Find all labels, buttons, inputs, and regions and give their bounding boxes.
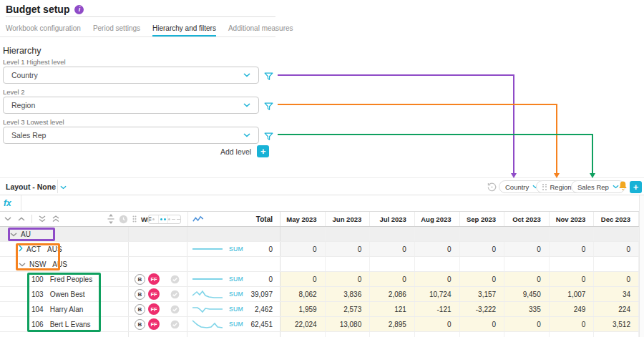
column-header-nov-2023[interactable]: Nov 2023 bbox=[550, 212, 595, 226]
month-cell[interactable] bbox=[280, 257, 326, 271]
badge-ff[interactable]: FF bbox=[148, 318, 160, 330]
month-cell[interactable]: 0 bbox=[415, 272, 460, 286]
month-cell[interactable]: 0 bbox=[504, 242, 550, 256]
month-cell[interactable] bbox=[370, 227, 415, 241]
badge-ff[interactable]: FF bbox=[148, 288, 160, 300]
month-cell[interactable]: 0 bbox=[280, 272, 326, 286]
tab-hierarchy-and-filters[interactable]: Hierarchy and filters bbox=[152, 24, 216, 36]
month-cell[interactable]: 0 bbox=[504, 317, 550, 331]
month-cell[interactable]: 34 bbox=[594, 287, 639, 301]
month-cell[interactable]: 0 bbox=[594, 242, 639, 256]
month-cell[interactable]: 0 bbox=[460, 272, 505, 286]
month-cell[interactable] bbox=[594, 257, 639, 271]
history-icon[interactable] bbox=[487, 182, 497, 195]
aggregation-label[interactable]: SUM bbox=[229, 245, 243, 253]
check-icon[interactable] bbox=[170, 305, 180, 314]
month-cell[interactable]: 9,450 bbox=[504, 287, 550, 301]
check-icon[interactable] bbox=[170, 290, 180, 299]
density-option-3[interactable] bbox=[168, 215, 180, 223]
column-header-dec-2023[interactable]: Dec 2023 bbox=[594, 212, 639, 226]
row-label[interactable]: AU bbox=[0, 227, 129, 241]
row-label[interactable]: 103Owen Best bbox=[0, 287, 129, 301]
month-cell[interactable]: 8,062 bbox=[280, 287, 326, 301]
month-cell[interactable]: 249 bbox=[550, 302, 595, 316]
month-cell[interactable]: 0 bbox=[504, 272, 550, 286]
row-resize-icon[interactable] bbox=[107, 214, 114, 224]
month-cell[interactable] bbox=[460, 257, 505, 271]
aggregation-label[interactable]: SUM bbox=[229, 290, 243, 298]
month-cell[interactable]: 0 bbox=[550, 242, 595, 256]
month-cell[interactable]: -121 bbox=[415, 302, 460, 316]
column-header-oct-2023[interactable]: Oct 2023 bbox=[504, 212, 550, 226]
clock-icon[interactable] bbox=[119, 215, 128, 224]
column-header-may-2023[interactable]: May 2023 bbox=[280, 212, 326, 226]
expand-all-icon[interactable] bbox=[52, 215, 59, 223]
level-pill-sales-rep[interactable]: Sales Rep bbox=[571, 180, 625, 193]
month-cell[interactable] bbox=[504, 227, 550, 241]
month-cell[interactable] bbox=[326, 227, 371, 241]
density-option-1[interactable] bbox=[149, 215, 159, 223]
drag-handle-icon[interactable] bbox=[542, 184, 547, 190]
month-cell[interactable]: 10,724 bbox=[415, 287, 460, 301]
level-3-select[interactable]: Sales Rep bbox=[3, 127, 259, 144]
month-cell[interactable]: 335 bbox=[504, 302, 550, 316]
line-chart-icon[interactable] bbox=[192, 215, 204, 223]
month-cell[interactable]: 224 bbox=[594, 302, 639, 316]
month-cell[interactable]: 0 bbox=[370, 242, 415, 256]
grid-add-button[interactable]: + bbox=[630, 181, 642, 193]
month-cell[interactable]: 1,959 bbox=[280, 302, 326, 316]
aggregation-label[interactable]: SUM bbox=[229, 306, 243, 313]
month-cell[interactable]: 2,086 bbox=[370, 287, 415, 301]
month-cell[interactable] bbox=[550, 227, 595, 241]
month-cell[interactable]: 0 bbox=[460, 242, 505, 256]
row-expand-toggle[interactable] bbox=[19, 260, 26, 268]
month-cell[interactable]: 13,080 bbox=[326, 317, 371, 331]
row-label[interactable]: NSWAUS bbox=[0, 257, 129, 271]
collapse-all-icon[interactable] bbox=[39, 215, 46, 223]
column-header-sep-2023[interactable]: Sep 2023 bbox=[460, 212, 505, 226]
month-cell[interactable] bbox=[415, 257, 460, 271]
drag-handle-icon[interactable] bbox=[132, 215, 137, 223]
month-cell[interactable] bbox=[504, 257, 550, 271]
badge-b[interactable]: B bbox=[135, 304, 145, 315]
month-cell[interactable]: 121 bbox=[370, 302, 415, 316]
month-cell[interactable] bbox=[594, 227, 639, 241]
check-icon[interactable] bbox=[170, 275, 180, 284]
tab-additional-measures[interactable]: Additional measures bbox=[228, 24, 293, 36]
density-option-2[interactable] bbox=[159, 215, 169, 223]
row-label[interactable]: ACTAUS bbox=[0, 242, 129, 256]
column-header-aug-2023[interactable]: Aug 2023 bbox=[415, 212, 460, 226]
formula-bar[interactable]: fx bbox=[0, 195, 644, 212]
badge-b[interactable]: B bbox=[135, 319, 145, 330]
aggregation-label[interactable]: SUM bbox=[229, 321, 243, 328]
month-cell[interactable]: 3,512 bbox=[594, 317, 639, 331]
month-cell[interactable]: 3,836 bbox=[326, 287, 371, 301]
row-expand-toggle[interactable] bbox=[19, 245, 23, 253]
badge-ff[interactable]: FF bbox=[148, 273, 160, 285]
level-3-filter-icon[interactable] bbox=[264, 131, 273, 144]
level-2-filter-icon[interactable] bbox=[264, 101, 273, 114]
check-icon[interactable] bbox=[170, 320, 180, 329]
tab-workbook-configuration[interactable]: Workbook configuration bbox=[6, 24, 81, 36]
month-cell[interactable]: 0 bbox=[415, 242, 460, 256]
info-icon[interactable]: i bbox=[74, 5, 84, 14]
month-cell[interactable]: 0 bbox=[326, 272, 371, 286]
month-cell[interactable] bbox=[326, 257, 371, 271]
month-cell[interactable]: 1,007 bbox=[550, 287, 595, 301]
column-header-total[interactable]: Total bbox=[187, 212, 280, 226]
month-cell[interactable] bbox=[370, 257, 415, 271]
month-cell[interactable]: 0 bbox=[326, 242, 371, 256]
row-label[interactable]: 100Fred Peoples bbox=[0, 272, 129, 286]
bell-icon[interactable] bbox=[618, 181, 628, 194]
density-toggle[interactable] bbox=[148, 215, 181, 224]
column-header-jun-2023[interactable]: Jun 2023 bbox=[326, 212, 371, 226]
badge-b[interactable]: B bbox=[135, 289, 145, 300]
level-2-select[interactable]: Region bbox=[3, 97, 259, 114]
month-cell[interactable]: 0 bbox=[415, 317, 460, 331]
badge-ff[interactable]: FF bbox=[148, 303, 160, 315]
month-cell[interactable] bbox=[280, 227, 326, 241]
level-1-select[interactable]: Country bbox=[3, 67, 259, 84]
filter-icon[interactable] bbox=[264, 102, 273, 111]
filter-icon[interactable] bbox=[264, 132, 273, 141]
badge-b[interactable]: B bbox=[135, 274, 145, 285]
